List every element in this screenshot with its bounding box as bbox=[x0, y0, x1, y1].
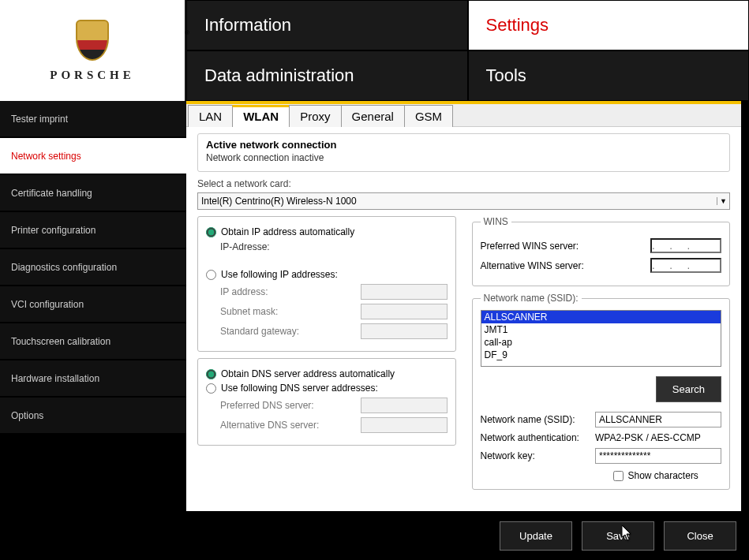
sidebar-item-tester-imprint[interactable]: Tester imprint bbox=[0, 101, 186, 138]
label-ssid-key: Network key: bbox=[481, 450, 535, 461]
sidebar-item-printer-configuration[interactable]: Printer configuration bbox=[0, 212, 186, 249]
ssid-list[interactable]: ALLSCANNER JMT1 call-ap DF_9 bbox=[481, 310, 722, 367]
ssid-item-2[interactable]: call-ap bbox=[481, 336, 721, 349]
top-tab-information[interactable]: Information bbox=[186, 0, 468, 50]
input-gateway bbox=[361, 323, 448, 339]
tab-general[interactable]: General bbox=[341, 105, 405, 127]
network-card-value: Intel(R) Centrino(R) Wireless-N 1000 bbox=[201, 196, 357, 207]
sidebar-item-vci-configuration[interactable]: VCI configuration bbox=[0, 286, 186, 323]
wins-legend: WINS bbox=[481, 216, 511, 227]
footer: Update Save Close bbox=[0, 511, 749, 560]
ip-settings-group: Obtain IP address automatically IP-Adres… bbox=[197, 216, 456, 352]
brand-logo: ® PORSCHE bbox=[0, 0, 186, 101]
update-button[interactable]: Update bbox=[500, 521, 572, 551]
ssid-item-3[interactable]: DF_9 bbox=[481, 349, 721, 361]
input-dns-alt bbox=[361, 417, 448, 433]
network-card-label: Select a network card: bbox=[197, 178, 730, 189]
tab-gsm[interactable]: GSM bbox=[404, 105, 453, 127]
ssid-item-1[interactable]: JMT1 bbox=[481, 323, 721, 336]
label-show-characters: Show characters bbox=[628, 470, 698, 481]
active-connection-status: Network connection inactive bbox=[206, 152, 721, 163]
checkbox-show-characters[interactable] bbox=[613, 471, 624, 481]
label-ip-manual: Use following IP addresses: bbox=[221, 269, 338, 280]
label-ip-auto: Obtain IP address automatically bbox=[221, 226, 354, 237]
main-panel: LAN WLAN Proxy General GSM Active networ… bbox=[186, 101, 741, 511]
label-subnet: Subnet mask: bbox=[220, 306, 278, 317]
chevron-down-icon: ▼ bbox=[717, 197, 729, 205]
subtab-row: LAN WLAN Proxy General GSM bbox=[186, 104, 741, 127]
input-subnet bbox=[361, 304, 448, 319]
sidebar-item-network-settings[interactable]: Network settings bbox=[0, 138, 186, 175]
label-gateway: Standard gateway: bbox=[220, 326, 299, 337]
sidebar-item-touchscreen-calibration[interactable]: Touchscreen calibration bbox=[0, 323, 186, 360]
value-ssid-auth: WPA2-PSK / AES-CCMP bbox=[595, 432, 721, 443]
active-connection-title: Active network connection bbox=[206, 139, 721, 151]
brand-name: PORSCHE bbox=[50, 69, 135, 82]
radio-ip-auto[interactable] bbox=[206, 227, 216, 237]
label-dns-auto: Obtain DNS server address automatically bbox=[221, 368, 395, 379]
search-button[interactable]: Search bbox=[656, 376, 721, 402]
input-wins-pref[interactable] bbox=[650, 238, 721, 253]
radio-dns-manual[interactable] bbox=[206, 383, 216, 394]
top-tab-tools[interactable]: Tools bbox=[468, 50, 750, 101]
wins-group: WINS Preferred WINS server: Alternative … bbox=[472, 216, 731, 286]
label-dns-pref: Preferred DNS server: bbox=[220, 400, 314, 411]
label-wins-pref: Preferred WINS server: bbox=[481, 241, 579, 252]
sidebar: Tester imprint Network settings Certific… bbox=[0, 101, 186, 560]
label-dns-alt: Alternative DNS server: bbox=[220, 420, 319, 431]
sidebar-item-hardware-installation[interactable]: Hardware installation bbox=[0, 360, 186, 398]
ssid-group: Network name (SSID): ALLSCANNER JMT1 cal… bbox=[472, 293, 731, 490]
label-ssid-auth: Network authentication: bbox=[481, 432, 579, 443]
tab-wlan[interactable]: WLAN bbox=[232, 105, 290, 127]
shield-icon bbox=[76, 20, 109, 61]
tab-proxy[interactable]: Proxy bbox=[289, 105, 341, 127]
sidebar-item-diagnostics-configuration[interactable]: Diagnostics configuration bbox=[0, 249, 186, 286]
sidebar-item-options[interactable]: Options bbox=[0, 398, 186, 435]
input-wins-alt[interactable] bbox=[650, 258, 721, 273]
active-connection-group: Active network connection Network connec… bbox=[197, 133, 730, 172]
dns-settings-group: Obtain DNS server address automatically … bbox=[197, 358, 456, 446]
close-button[interactable]: Close bbox=[664, 521, 736, 551]
label-ssid-name: Network name (SSID): bbox=[481, 414, 575, 425]
input-ssid-name[interactable] bbox=[595, 412, 721, 427]
tab-lan[interactable]: LAN bbox=[188, 105, 233, 127]
label-dns-manual: Use following DNS server addresses: bbox=[221, 383, 378, 394]
top-tab-data-admin[interactable]: Data administration bbox=[186, 50, 468, 101]
label-ip-address: IP address: bbox=[220, 286, 268, 297]
ssid-item-0[interactable]: ALLSCANNER bbox=[481, 311, 721, 323]
radio-dns-auto[interactable] bbox=[206, 369, 216, 379]
input-ssid-key[interactable] bbox=[595, 448, 721, 464]
save-button[interactable]: Save bbox=[582, 521, 654, 551]
input-dns-pref bbox=[361, 398, 448, 413]
label-ip-adresse: IP-Adresse: bbox=[220, 241, 270, 252]
network-card-select[interactable]: Intel(R) Centrino(R) Wireless-N 1000 ▼ bbox=[197, 192, 730, 210]
radio-ip-manual[interactable] bbox=[206, 270, 216, 280]
top-tab-settings[interactable]: Settings bbox=[468, 0, 750, 50]
input-ip-address bbox=[361, 284, 448, 300]
label-wins-alt: Alternative WINS server: bbox=[481, 260, 584, 271]
ssid-legend: Network name (SSID): bbox=[481, 293, 582, 304]
sidebar-item-certificate-handling[interactable]: Certificate handling bbox=[0, 175, 186, 212]
